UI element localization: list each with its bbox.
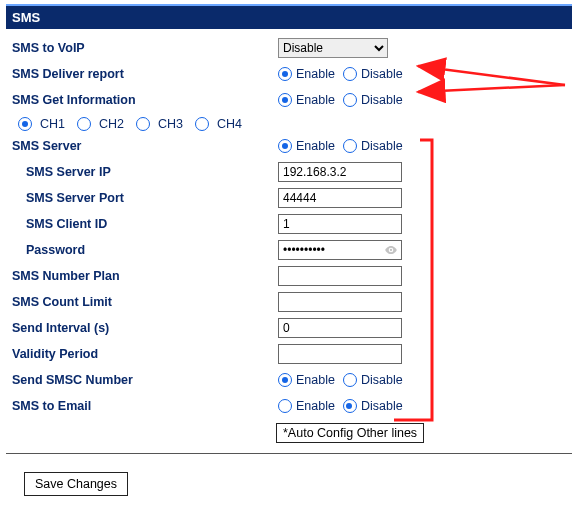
radio-label-enable: Enable: [296, 67, 335, 81]
radio-server-disable[interactable]: [343, 139, 357, 153]
radio-ch1[interactable]: [18, 117, 32, 131]
input-send-interval[interactable]: [278, 318, 402, 338]
label-server-ip: SMS Server IP: [6, 165, 278, 179]
label-validity: Validity Period: [6, 347, 278, 361]
radio-label-disable: Disable: [361, 93, 403, 107]
save-button[interactable]: Save Changes: [24, 472, 128, 496]
radio-email-disable[interactable]: [343, 399, 357, 413]
radio-server-enable[interactable]: [278, 139, 292, 153]
input-client-id[interactable]: [278, 214, 402, 234]
radio-getinfo-disable[interactable]: [343, 93, 357, 107]
input-count-limit[interactable]: [278, 292, 402, 312]
label-ch3: CH3: [158, 117, 183, 131]
input-server-port[interactable]: [278, 188, 402, 208]
label-smsc: Send SMSC Number: [6, 373, 278, 387]
radio-label-enable: Enable: [296, 373, 335, 387]
radio-label-disable: Disable: [361, 399, 403, 413]
page-wrap: SMS SMS to VoIP Disable SMS Deliver repo…: [0, 0, 578, 500]
radio-label-disable: Disable: [361, 139, 403, 153]
label-sms-server: SMS Server: [6, 139, 278, 153]
radio-deliver-enable[interactable]: [278, 67, 292, 81]
label-ch4: CH4: [217, 117, 242, 131]
radio-ch4[interactable]: [195, 117, 209, 131]
input-validity[interactable]: [278, 344, 402, 364]
select-sms-to-voip[interactable]: Disable: [278, 38, 388, 58]
radio-label-enable: Enable: [296, 93, 335, 107]
radio-smsc-disable[interactable]: [343, 373, 357, 387]
auto-config-button[interactable]: *Auto Config Other lines: [276, 423, 424, 443]
label-ch2: CH2: [99, 117, 124, 131]
input-server-ip[interactable]: [278, 162, 402, 182]
label-server-port: SMS Server Port: [6, 191, 278, 205]
label-sms-to-voip: SMS to VoIP: [6, 41, 278, 55]
radio-label-disable: Disable: [361, 67, 403, 81]
radio-getinfo-enable[interactable]: [278, 93, 292, 107]
radio-ch3[interactable]: [136, 117, 150, 131]
input-number-plan[interactable]: [278, 266, 402, 286]
label-number-plan: SMS Number Plan: [6, 269, 278, 283]
radio-ch2[interactable]: [77, 117, 91, 131]
channel-row: CH1 CH2 CH3 CH4: [6, 113, 572, 133]
label-count-limit: SMS Count Limit: [6, 295, 278, 309]
label-get-info: SMS Get Information: [6, 93, 278, 107]
label-send-interval: Send Interval (s): [6, 321, 278, 335]
sms-form: SMS to VoIP Disable SMS Deliver report E…: [6, 29, 572, 454]
label-sms-email: SMS to Email: [6, 399, 278, 413]
input-password[interactable]: [278, 240, 402, 260]
label-ch1: CH1: [40, 117, 65, 131]
radio-label-enable: Enable: [296, 139, 335, 153]
radio-smsc-enable[interactable]: [278, 373, 292, 387]
label-client-id: SMS Client ID: [6, 217, 278, 231]
radio-email-enable[interactable]: [278, 399, 292, 413]
label-password: Password: [6, 243, 278, 257]
label-deliver-report: SMS Deliver report: [6, 67, 278, 81]
page-title: SMS: [12, 10, 40, 25]
radio-label-enable: Enable: [296, 399, 335, 413]
title-bar: SMS: [6, 4, 572, 29]
radio-label-disable: Disable: [361, 373, 403, 387]
radio-deliver-disable[interactable]: [343, 67, 357, 81]
